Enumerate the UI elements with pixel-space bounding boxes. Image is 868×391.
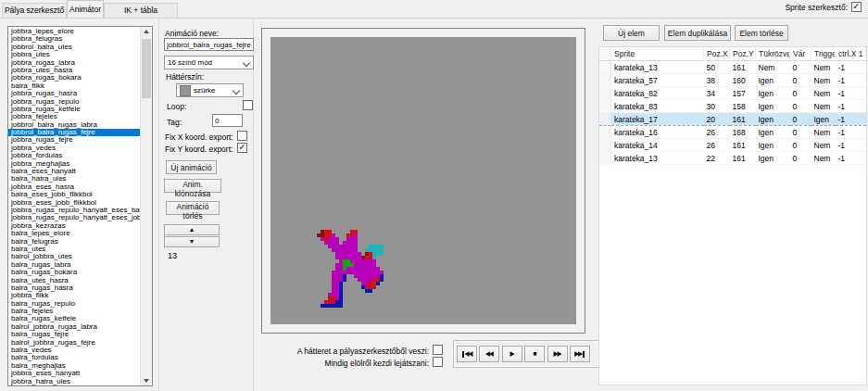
cell[interactable]: karateka_17 bbox=[611, 113, 704, 126]
list-item[interactable]: balra_rugas_fejre bbox=[8, 331, 141, 338]
column-header[interactable]: Trigger bbox=[811, 47, 836, 61]
list-item[interactable]: balra_rugas_labra bbox=[8, 261, 141, 269]
list-item[interactable]: jobbra_utes bbox=[8, 51, 141, 58]
fix-y-export-checkbox[interactable] bbox=[237, 143, 247, 153]
restart-playback-checkbox[interactable] bbox=[433, 357, 443, 367]
bg-color-select[interactable]: szürke bbox=[176, 83, 244, 97]
cell[interactable]: Igen bbox=[756, 113, 790, 126]
duplicate-element-button[interactable]: Elem duplikálása bbox=[664, 25, 731, 41]
list-item[interactable]: jobbra_flikk bbox=[8, 292, 141, 299]
cell[interactable]: 20 bbox=[704, 113, 730, 126]
list-item[interactable]: jobbra_eses_hasra bbox=[8, 183, 141, 191]
table-row[interactable]: karateka_1426161Igen0Nem-1-1 bbox=[599, 139, 866, 152]
color-mode-select[interactable]: 16 színű mód bbox=[164, 56, 254, 69]
cell[interactable]: 0 bbox=[790, 100, 811, 113]
column-header[interactable]: Poz.Y bbox=[730, 47, 756, 61]
list-item[interactable]: balra_lepes_elore bbox=[8, 230, 141, 237]
list-item[interactable]: jobbra_rugas_ketfele bbox=[8, 106, 141, 113]
column-header[interactable]: Poz.X bbox=[704, 47, 730, 61]
cell[interactable]: karateka_13 bbox=[611, 61, 704, 74]
cell[interactable]: 160 bbox=[730, 74, 756, 87]
animation-list-scrollbar[interactable] bbox=[140, 27, 152, 385]
cell[interactable]: Nem bbox=[811, 126, 836, 139]
list-item[interactable]: jobbra_rugas_repulo bbox=[8, 98, 141, 106]
cell[interactable]: 26 bbox=[704, 126, 730, 139]
cell[interactable]: 50 bbox=[704, 61, 730, 74]
cell[interactable]: 157 bbox=[730, 87, 756, 100]
sprite-editor-checkbox[interactable] bbox=[851, 2, 862, 12]
cell[interactable]: Igen bbox=[756, 139, 790, 152]
tab-animator[interactable]: Animátor bbox=[67, 0, 104, 18]
cell[interactable]: 22 bbox=[704, 152, 730, 165]
table-row[interactable]: karateka_1626168Igen0Nem-1-1 bbox=[599, 126, 866, 139]
cell[interactable]: Igen bbox=[756, 126, 790, 139]
cell[interactable]: Nem bbox=[811, 152, 836, 165]
list-item[interactable]: jobbra_vedes bbox=[8, 145, 141, 152]
bg-from-level-editor-checkbox[interactable] bbox=[433, 345, 443, 355]
list-item[interactable]: balrol_jobbra_rugas_fejre bbox=[8, 339, 141, 347]
cell[interactable]: -1 bbox=[836, 74, 866, 87]
cell[interactable]: 0 bbox=[790, 152, 811, 165]
cell[interactable]: 34 bbox=[704, 87, 730, 100]
list-item[interactable]: jobbra_hatra_ules bbox=[8, 378, 141, 385]
skip-end-button[interactable]: ▶▶ bbox=[570, 346, 590, 362]
cell[interactable]: 161 bbox=[730, 139, 756, 152]
list-item[interactable]: jobbra_rugas_hasra bbox=[8, 90, 141, 97]
column-header[interactable]: Vár bbox=[790, 47, 811, 61]
cell[interactable]: 0 bbox=[790, 61, 811, 74]
column-header[interactable]: Tükrözve bbox=[756, 47, 790, 61]
scroll-down-icon[interactable] bbox=[141, 375, 152, 385]
list-item[interactable]: balra_rugas_ketfele bbox=[8, 315, 141, 322]
cell[interactable]: 30 bbox=[704, 100, 730, 113]
list-item[interactable]: jobbra_felugras bbox=[8, 35, 141, 43]
table-row[interactable]: karateka_8330158Igen0Nem-1-1 bbox=[599, 100, 866, 113]
cell[interactable]: karateka_82 bbox=[611, 87, 704, 100]
table-row[interactable]: karateka_8234157Igen0Nem-1-1 bbox=[599, 87, 866, 100]
cell[interactable]: 161 bbox=[730, 152, 756, 165]
list-item[interactable]: balrol_jobbra_utes bbox=[8, 253, 141, 260]
cell[interactable]: -1 bbox=[836, 139, 866, 152]
list-item[interactable]: jobbra_rugas_repulo_hanyatt_eses_jobbra bbox=[8, 214, 141, 221]
list-item[interactable]: jobbra_rugas_labra bbox=[8, 59, 141, 67]
list-item[interactable]: balra_felugras bbox=[8, 238, 141, 246]
play-button[interactable]: ▶ bbox=[502, 346, 522, 362]
list-item[interactable]: jobbrol_balra_rugas_fejre bbox=[8, 129, 141, 136]
cell[interactable]: 0 bbox=[790, 126, 811, 139]
cell[interactable]: -1 bbox=[836, 113, 866, 126]
delete-animation-button[interactable]: Animáció törlés bbox=[166, 201, 220, 215]
list-item[interactable]: jobbra_lepes_elore bbox=[8, 28, 141, 35]
list-item[interactable]: jobbra_rugas_bokara bbox=[8, 74, 141, 82]
loop-checkbox[interactable] bbox=[243, 100, 253, 110]
cell[interactable]: Nem bbox=[811, 139, 836, 152]
move-down-button[interactable]: ▼ bbox=[164, 236, 220, 247]
cell[interactable]: 0 bbox=[790, 113, 811, 126]
list-item[interactable]: balra_utes bbox=[8, 246, 141, 253]
tab-ik-tabla[interactable]: IK + tábla bbox=[104, 3, 178, 18]
animation-name-input[interactable] bbox=[164, 38, 254, 51]
cell[interactable]: 38 bbox=[704, 74, 730, 87]
cell[interactable]: 0 bbox=[790, 74, 811, 87]
list-item[interactable]: balra_hatra_ules bbox=[8, 175, 141, 183]
cell[interactable]: karateka_13 bbox=[611, 152, 704, 165]
list-item[interactable]: jobbra_rugas_fejre bbox=[8, 136, 141, 144]
list-item[interactable]: jobbra_meghajlas bbox=[8, 160, 141, 168]
cell[interactable]: Igen bbox=[756, 74, 790, 87]
cell[interactable]: Nem bbox=[811, 100, 836, 113]
cell[interactable]: karateka_83 bbox=[611, 100, 704, 113]
list-item[interactable]: jobbrol_balra_utes bbox=[8, 44, 141, 51]
cell[interactable]: -1 bbox=[836, 61, 866, 74]
list-item[interactable]: balra_eses_jobb_flikkbol bbox=[8, 191, 141, 198]
stop-button[interactable]: ■ bbox=[524, 346, 545, 362]
list-item[interactable]: balra_rugas_hasra bbox=[8, 284, 141, 292]
list-item[interactable]: balra_vedes bbox=[8, 347, 141, 354]
delete-element-button[interactable]: Elem törlése bbox=[735, 25, 788, 41]
cell[interactable]: Nem bbox=[756, 61, 790, 74]
column-header[interactable]: ctrl.X 1 bbox=[836, 47, 866, 61]
cell[interactable]: Igen bbox=[811, 113, 836, 126]
tab-palya-szerkeszto[interactable]: Pálya szerkesztő bbox=[2, 3, 67, 18]
list-item[interactable]: jobbra_fordulas bbox=[8, 152, 141, 159]
list-item[interactable]: balra_fordulas bbox=[8, 354, 141, 361]
column-header[interactable]: Sprite bbox=[611, 47, 704, 61]
list-item[interactable]: balra_fejeles bbox=[8, 308, 141, 315]
cell[interactable]: -1 bbox=[836, 152, 866, 165]
